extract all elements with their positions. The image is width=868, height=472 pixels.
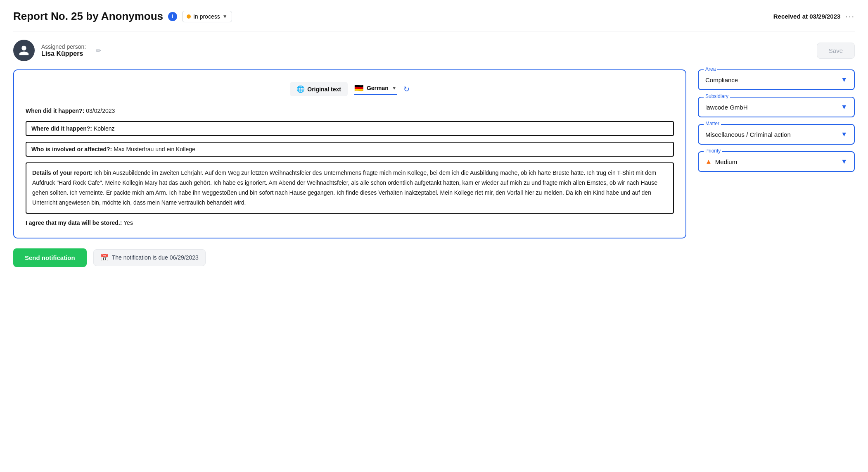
main-layout: 🌐 Original text 🇩🇪 German ▼ ↻ When did i… [13,69,855,238]
page-title: Report No. 25 by Anonymous [13,10,163,23]
chevron-down-icon: ▼ [223,14,228,19]
refresh-icon[interactable]: ↻ [403,85,410,94]
header-right: Received at 03/29/2023 ··· [773,12,855,21]
bottom-bar: Send notification 📅 The notification is … [13,248,855,267]
agree-field: I agree that my data will be stored.: Ye… [26,219,674,226]
info-icon[interactable]: i [168,12,177,21]
edit-icon[interactable]: ✏ [96,47,101,55]
priority-arrow-icon: ▲ [705,158,712,165]
who-label: Who is involved or affected?: [31,146,112,153]
report-card: 🌐 Original text 🇩🇪 German ▼ ↻ When did i… [13,69,686,238]
who-field: Who is involved or affected?: Max Muster… [26,142,674,157]
when-field: When did it happen?: 03/02/2023 [26,106,674,115]
area-value: Compliance [705,76,738,83]
language-selector[interactable]: 🇩🇪 German ▼ [354,83,397,95]
area-value-row[interactable]: Compliance ▼ [699,70,854,89]
assigned-left: Assigned person: Lisa Küppers ✏ [13,40,101,61]
header-left: Report No. 25 by Anonymous i In process … [13,10,232,23]
status-dropdown[interactable]: In process ▼ [182,11,232,22]
sidebar: Area Compliance ▼ Subsidiary lawcode Gmb… [698,69,855,179]
flag-icon: 🇩🇪 [354,83,363,93]
assigned-label: Assigned person: [41,43,86,50]
who-value-text: Max Musterfrau und ein Kollege [114,146,195,153]
assigned-name: Lisa Küppers [41,50,86,57]
subsidiary-dropdown[interactable]: Subsidiary lawcode GmbH ▼ [698,97,855,117]
priority-value-inner: ▲ Medium [705,158,737,165]
status-dot [187,14,191,19]
save-button[interactable]: Save [817,43,855,59]
where-label: Where did it happen?: [31,125,92,132]
agree-value-text: Yes [123,219,133,226]
globe-icon: 🌐 [296,85,305,93]
assigned-info: Assigned person: Lisa Küppers [41,43,86,57]
matter-value: Miscellaneous / Criminal action [705,131,791,138]
original-text-label: Original text [307,86,341,93]
area-label: Area [704,66,717,72]
assigned-row: Assigned person: Lisa Küppers ✏ Save [13,40,855,61]
due-text: The notification is due 06/29/2023 [112,254,199,261]
subsidiary-value-row[interactable]: lawcode GmbH ▼ [699,98,854,117]
language-label: German [367,85,389,91]
matter-dropdown-group: Matter Miscellaneous / Criminal action ▼ [698,124,855,145]
where-field: Where did it happen?: Koblenz [26,121,674,136]
area-dropdown[interactable]: Area Compliance ▼ [698,69,855,90]
original-text-button[interactable]: 🌐 Original text [290,82,348,96]
priority-value-row[interactable]: ▲ Medium ▼ [699,152,854,171]
details-label: Details of your report: [32,169,92,176]
priority-dropdown-group: Priority ▲ Medium ▼ [698,151,855,172]
subsidiary-chevron-icon: ▼ [841,103,847,111]
due-badge: 📅 The notification is due 06/29/2023 [93,249,206,266]
avatar [13,40,35,61]
area-dropdown-group: Area Compliance ▼ [698,69,855,90]
agree-label: I agree that my data will be stored.: [26,219,122,226]
priority-value-text: Medium [715,158,737,165]
matter-chevron-icon: ▼ [841,131,847,138]
priority-label: Priority [704,148,722,154]
where-value-text: Koblenz [94,125,115,132]
matter-dropdown[interactable]: Matter Miscellaneous / Criminal action ▼ [698,124,855,145]
matter-value-row[interactable]: Miscellaneous / Criminal action ▼ [699,125,854,144]
when-label: When did it happen?: [26,107,84,114]
details-field: Details of your report: Ich bin Auszubil… [26,162,674,213]
subsidiary-value: lawcode GmbH [705,104,748,111]
matter-label: Matter [704,121,721,126]
area-chevron-icon: ▼ [841,76,847,83]
priority-dropdown[interactable]: Priority ▲ Medium ▼ [698,151,855,172]
subsidiary-label: Subsidiary [704,93,730,99]
when-value-text: 03/02/2023 [86,107,115,114]
received-text: Received at 03/29/2023 [773,13,841,20]
more-options-icon[interactable]: ··· [845,12,855,21]
send-notification-button[interactable]: Send notification [13,248,87,267]
report-toolbar: 🌐 Original text 🇩🇪 German ▼ ↻ [26,82,674,96]
header-divider [13,31,855,31]
lang-chevron-icon: ▼ [392,85,397,91]
details-value-text: Ich bin Auszubildende im zweiten Lehrjah… [32,169,657,205]
priority-chevron-icon: ▼ [841,158,847,165]
page-header: Report No. 25 by Anonymous i In process … [13,10,855,23]
status-label: In process [193,13,220,20]
calendar-icon: 📅 [100,254,109,262]
subsidiary-dropdown-group: Subsidiary lawcode GmbH ▼ [698,97,855,117]
